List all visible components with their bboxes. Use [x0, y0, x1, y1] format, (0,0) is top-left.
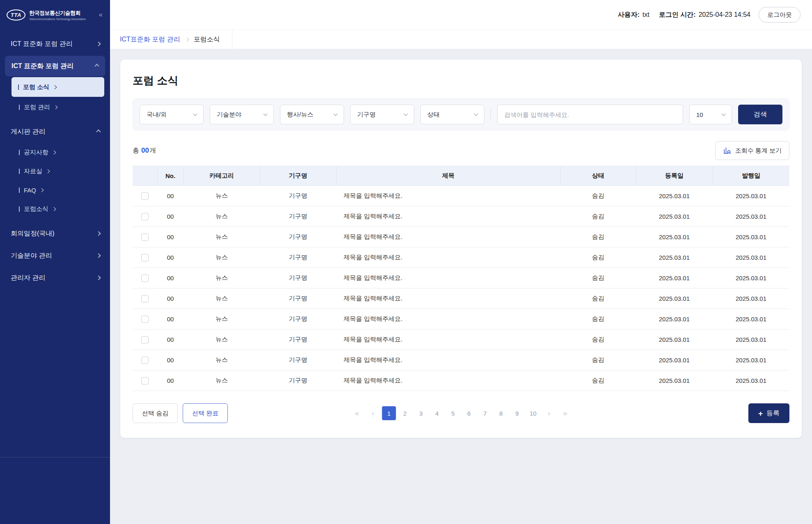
- user-info: 사용자: txt 로그인 시간: 2025-04-23 14:54: [618, 11, 750, 19]
- sidebar-subitem-faq[interactable]: FAQ: [0, 181, 110, 199]
- chevron-right-icon: [40, 188, 44, 192]
- row-checkbox[interactable]: [141, 377, 149, 384]
- sidebar-subitem-archive[interactable]: 자료실: [0, 162, 110, 181]
- table-header-no: No.: [157, 166, 184, 186]
- tree-tick: [19, 150, 20, 155]
- search-input[interactable]: [497, 105, 683, 124]
- first-page-button[interactable]: «: [350, 406, 364, 420]
- sidebar-subitem-label: FAQ: [24, 187, 36, 194]
- filter-event-news-select[interactable]: 행사/뉴스: [280, 105, 344, 124]
- sidebar-item-admin-manage[interactable]: 관리자 관리: [0, 267, 110, 289]
- tta-logo: TTA 한국정보통신기술협회 Telecommunications Techno…: [7, 9, 86, 21]
- filter-label: 기술분야: [217, 111, 241, 119]
- chevron-right-icon: [52, 207, 56, 211]
- filter-organization-select[interactable]: 기구명: [350, 105, 414, 124]
- register-label: 등록: [766, 409, 780, 418]
- filter-status-select[interactable]: 상태: [420, 105, 484, 124]
- table-row[interactable]: 00 뉴스 기구명 제목을 입력해주세요. 숨김 2025.03.01 2025…: [133, 227, 789, 247]
- sidebar-item-tech-field-manage[interactable]: 기술분야 관리: [0, 245, 110, 267]
- last-page-button[interactable]: »: [558, 406, 572, 420]
- page-button-6[interactable]: 6: [462, 406, 476, 420]
- total-value: 00: [141, 146, 149, 154]
- chart-search-icon: [723, 146, 731, 155]
- sidebar-nav: ICT 표준화 포럼 관리 ICT 표준화 포럼 관리 포럼 소식 포럼 관리 …: [0, 30, 110, 289]
- sidebar-item-board-manage[interactable]: 게시판 관리: [0, 121, 110, 143]
- sidebar-subitem-notice[interactable]: 공지사항: [0, 143, 110, 162]
- filter-domestic-select[interactable]: 국내/외: [140, 105, 204, 124]
- chevron-down-icon: [193, 112, 197, 116]
- table-row[interactable]: 00 뉴스 기구명 제목을 입력해주세요. 숨김 2025.03.01 2025…: [133, 268, 789, 288]
- chevron-right-icon: [96, 41, 101, 46]
- table-row[interactable]: 00 뉴스 기구명 제목을 입력해주세요. 숨김 2025.03.01 2025…: [133, 350, 789, 371]
- table-row[interactable]: 00 뉴스 기구명 제목을 입력해주세요. 숨김 2025.03.01 2025…: [133, 288, 789, 309]
- tree-tick: [18, 85, 19, 90]
- user-label: 사용자:: [618, 11, 640, 19]
- sidebar-subitem-forum-manage[interactable]: 포럼 관리: [0, 98, 110, 117]
- table-row[interactable]: 00 뉴스 기구명 제목을 입력해주세요. 숨김 2025.03.01 2025…: [133, 309, 789, 330]
- row-checkbox[interactable]: [141, 213, 149, 220]
- chevron-down-icon: [474, 112, 478, 116]
- sidebar-item-label: 게시판 관리: [11, 128, 45, 136]
- chevron-right-icon: [53, 85, 57, 89]
- page-button-2[interactable]: 2: [398, 406, 412, 420]
- page-button-5[interactable]: 5: [446, 406, 460, 420]
- sidebar-item-meeting-schedule[interactable]: 회의일정(국내): [0, 222, 110, 245]
- table-row[interactable]: 00 뉴스 기구명 제목을 입력해주세요. 숨김 2025.03.01 2025…: [133, 206, 789, 227]
- hide-selected-button[interactable]: 선택 숨김: [133, 403, 178, 423]
- summary-row: 총00개 조회수: [133, 141, 789, 160]
- register-button[interactable]: + 등록: [748, 403, 789, 423]
- logout-button[interactable]: 로그아웃: [759, 7, 801, 23]
- row-checkbox[interactable]: [141, 295, 149, 302]
- sidebar-subitem-forum-news-board[interactable]: 포럼소식: [0, 199, 110, 218]
- view-stats-button[interactable]: 조회수 통계 보기: [715, 141, 789, 160]
- page-button-1[interactable]: 1: [382, 406, 396, 420]
- row-checkbox[interactable]: [141, 336, 149, 343]
- row-checkbox[interactable]: [141, 357, 149, 364]
- table-header-category: 카테고리: [184, 166, 260, 186]
- table-row[interactable]: 00 뉴스 기구명 제목을 입력해주세요. 숨김 2025.03.01 2025…: [133, 330, 789, 350]
- table-header-status: 상태: [560, 166, 636, 186]
- filter-tech-field-select[interactable]: 기술분야: [210, 105, 274, 124]
- row-checkbox[interactable]: [141, 316, 149, 323]
- chevron-down-icon: [334, 112, 338, 116]
- org-name-block: 한국정보통신기술협회 Telecommunications Technology…: [29, 9, 86, 21]
- login-time-value: 2025-04-23 14:54: [699, 11, 750, 18]
- table-row[interactable]: 00 뉴스 기구명 제목을 입력해주세요. 숨김 2025.03.01 2025…: [133, 186, 789, 206]
- total-count: 총00개: [133, 146, 156, 155]
- main-column: 사용자: txt 로그인 시간: 2025-04-23 14:54 로그아웃 I…: [110, 0, 812, 524]
- page-button-8[interactable]: 8: [494, 406, 508, 420]
- table-row[interactable]: 00 뉴스 기구명 제목을 입력해주세요. 숨김 2025.03.01 2025…: [133, 371, 789, 391]
- page-button-7[interactable]: 7: [478, 406, 492, 420]
- row-checkbox[interactable]: [141, 254, 149, 261]
- filter-label: 행사/뉴스: [287, 111, 313, 119]
- bulk-actions: 선택 숨김 선택 완료: [133, 403, 228, 423]
- sidebar-subitem-label: 포럼소식: [24, 205, 48, 213]
- search-button[interactable]: 검색: [738, 105, 782, 124]
- chevron-up-icon: [96, 129, 101, 134]
- sidebar-item-ict-standard-forum[interactable]: ICT 표준화 포럼 관리: [0, 33, 110, 55]
- page-size-select[interactable]: 10: [689, 105, 732, 124]
- row-checkbox[interactable]: [141, 192, 149, 200]
- chevron-right-icon: [52, 150, 56, 154]
- app-root: TTA 한국정보통신기술협회 Telecommunications Techno…: [0, 0, 812, 524]
- sidebar-collapse-icon[interactable]: «: [99, 11, 103, 19]
- breadcrumb-parent[interactable]: ICT표준화 포럼 관리: [120, 35, 180, 44]
- row-checkbox[interactable]: [141, 233, 149, 241]
- prev-page-button[interactable]: ‹: [366, 406, 380, 420]
- page-button-3[interactable]: 3: [414, 406, 428, 420]
- sidebar-item-ict-standard-forum-expanded[interactable]: ICT 표준화 포럼 관리: [5, 56, 105, 76]
- next-page-button[interactable]: ›: [542, 406, 556, 420]
- row-checkbox[interactable]: [141, 275, 149, 282]
- page-button-9[interactable]: 9: [510, 406, 524, 420]
- complete-selected-button[interactable]: 선택 완료: [183, 403, 228, 423]
- filter-divider: [491, 108, 491, 121]
- sidebar-subitem-forum-news[interactable]: 포럼 소식: [11, 77, 104, 97]
- page-button-10[interactable]: 10: [526, 406, 540, 420]
- table-row[interactable]: 00 뉴스 기구명 제목을 입력해주세요. 숨김 2025.03.01 2025…: [133, 247, 789, 268]
- sidebar-subitem-label: 포럼 관리: [24, 103, 50, 111]
- total-prefix: 총: [133, 147, 139, 154]
- table-header-pub-date: 발행일: [713, 166, 789, 186]
- forum-news-table: No. 카테고리 기구명 제목 상태 등록일 발행일 00: [133, 166, 789, 391]
- page-button-4[interactable]: 4: [430, 406, 444, 420]
- chevron-right-icon: [54, 105, 58, 109]
